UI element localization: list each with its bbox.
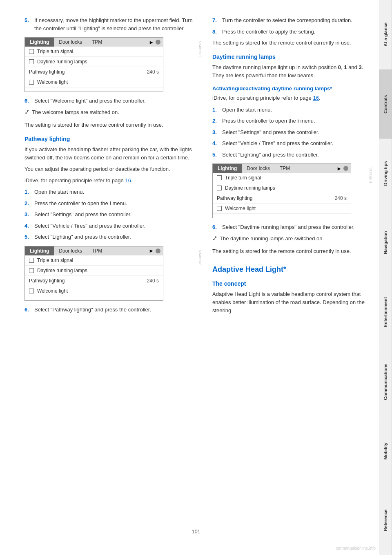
step-6b: 6. Select "Pathway lighting" and press t… — [24, 306, 200, 314]
sidebar-tab-communications[interactable]: Communications — [379, 347, 392, 416]
arrow-right-icon-2: ► — [149, 248, 154, 254]
screen-3-row-4-label: Welcome light — [225, 206, 256, 211]
idrive-page-link-2[interactable]: 16 — [313, 95, 318, 101]
screen-3: Lighting Door locks TPM ► Triple turn si… — [212, 163, 351, 218]
sidebar-tab-navigation-label: Navigation — [383, 231, 388, 254]
screen-3-tab-active: Lighting — [213, 164, 242, 173]
closing-text-2: The setting is stored for the remote con… — [212, 39, 371, 47]
checkbox-2-1 — [29, 258, 34, 263]
screen-3-row-2-label: Daytime running lamps — [225, 185, 275, 191]
step-5-number: 5. — [24, 16, 31, 32]
step-6c-text: Select "Daytime running lamps" and press… — [222, 223, 354, 231]
screen-1-dot — [156, 40, 160, 45]
activating-step-1: 1. Open the start menu. — [212, 106, 371, 114]
checkbox-2-3 — [29, 289, 34, 293]
pathway-step-4-text: Select "Vehicle / Tires" and press the c… — [34, 222, 145, 230]
screen-2-row-2: Daytime running lamps — [25, 266, 163, 276]
screen-1-row-3-value: 240 s — [147, 69, 159, 75]
sidebar-tab-driving[interactable]: Driving tips — [379, 139, 392, 208]
watermark-text: carmanualsonline.info — [336, 546, 376, 551]
screen-1-row-3-label: Pathway lighting — [29, 69, 65, 75]
screen-mockup-3: Lighting Door locks TPM ► Triple turn si… — [212, 163, 371, 218]
step-8-text: Press the controller to apply the settin… — [222, 28, 315, 36]
screen-2-row-1-label: Triple turn signal — [37, 257, 73, 263]
screen-3-row-3: Pathway lighting 240 s — [213, 193, 351, 204]
screen-1-tab-active: Lighting — [25, 38, 54, 47]
activating-step-5-number: 5. — [212, 151, 219, 159]
page-number: 101 — [192, 528, 200, 535]
screen-3-dot — [343, 166, 348, 171]
result-2-text: The daytime running lamps are switched o… — [220, 235, 324, 243]
sidebar-tab-driving-label: Driving tips — [383, 161, 388, 186]
sidebar-tab-at-glance[interactable]: At a glance — [379, 0, 392, 69]
screen-1-controls: ► — [149, 38, 163, 47]
pathway-step-4: 4. Select "Vehicle / Tires" and press th… — [24, 222, 200, 230]
step-5: 5. If necessary, move the highlight mark… — [24, 16, 200, 32]
step-6b-text: Select "Pathway lighting" and press the … — [34, 306, 151, 314]
activating-idrive: iDrive, for operating principle refer to… — [212, 94, 371, 102]
pathway-step-2-number: 2. — [24, 199, 31, 208]
checkmark-icon-1: ✓̂ — [24, 108, 29, 117]
screen-2-tab2: Door locks — [54, 246, 87, 255]
activating-step-3-text: Select "Settings" and press the controll… — [222, 128, 319, 137]
screen-2-tab-active: Lighting — [25, 246, 54, 255]
step-8: 8. Press the controller to apply the set… — [212, 28, 371, 36]
step-6a-text: Select "Welcome light" and press the con… — [34, 97, 146, 105]
sidebar-tab-mobility[interactable]: Mobility — [379, 416, 392, 486]
sidebar-tab-controls[interactable]: Controls — [379, 69, 392, 139]
screen-3-row-2: Daytime running lamps — [213, 183, 351, 193]
screen-2-row-2-label: Daytime running lamps — [37, 268, 87, 273]
result-1: ✓̂ The welcome lamps are switched on. — [24, 108, 200, 117]
result-1-text: The welcome lamps are switched on. — [32, 108, 119, 116]
screen-1-tab3: TPM — [87, 38, 107, 47]
activating-step-4-number: 4. — [212, 139, 219, 148]
pathway-step-1: 1. Open the start menu. — [24, 188, 200, 196]
checkbox-3-2 — [217, 186, 222, 190]
daytime-text: The daytime running lamps light up in sw… — [212, 63, 371, 80]
step-7-text: Turn the controller to select the corres… — [222, 16, 352, 25]
checkmark-icon-2: ✓̂ — [212, 235, 217, 243]
sidebar-tab-controls-label: Controls — [383, 95, 388, 113]
watermark: carmanualsonline.info — [336, 545, 376, 551]
sidebar-tab-reference[interactable]: Reference — [379, 486, 392, 555]
pathway-idrive: iDrive, for operating principle refer to… — [24, 177, 200, 185]
screen-side-label-1: V3461tbn1 — [198, 41, 202, 57]
sidebar-tab-at-glance-label: At a glance — [383, 23, 388, 47]
screen-2: Lighting Door locks TPM ► Triple turn si… — [24, 246, 163, 301]
pathway-step-2: 2. Press the controller to open the i me… — [24, 199, 200, 208]
pathway-step-3-number: 3. — [24, 210, 31, 219]
activating-step-2: 2. Press the controller to open the i me… — [212, 117, 371, 125]
sidebar-tab-navigation[interactable]: Navigation — [379, 208, 392, 278]
pathway-step-4-number: 4. — [24, 222, 31, 230]
screen-side-label-3: V3461tbn1 — [369, 168, 372, 184]
pathway-step-3-text: Select "Settings" and press the controll… — [34, 210, 131, 219]
activating-heading: Activating/deactivating daytime running … — [212, 85, 371, 92]
screen-3-row-1: Triple turn signal — [213, 173, 351, 183]
screen-3-header: Lighting Door locks TPM ► — [213, 164, 351, 173]
sidebar-tab-entertainment[interactable]: Entertainment — [379, 278, 392, 347]
result-2: ✓̂ The daytime running lamps are switche… — [212, 235, 371, 243]
arrow-right-icon: ► — [149, 39, 154, 45]
step-6a: 6. Select "Welcome light" and press the … — [24, 97, 200, 105]
screen-1-row-3: Pathway lighting 240 s — [25, 67, 163, 77]
screen-2-row-1: Triple turn signal — [25, 255, 163, 266]
activating-step-5-text: Select "Lighting" and press the controll… — [222, 151, 319, 159]
screen-2-row-3: Pathway lighting 240 s — [25, 276, 163, 286]
screen-2-controls: ► — [149, 246, 163, 255]
activating-step-5: 5. Select "Lighting" and press the contr… — [212, 151, 371, 159]
pathway-step-5: 5. Select "Lighting" and press the contr… — [24, 233, 200, 241]
screen-3-row-3-label: Pathway lighting — [217, 195, 252, 201]
activating-step-3: 3. Select "Settings" and press the contr… — [212, 128, 371, 137]
screen-1-tab2: Door locks — [54, 38, 87, 47]
screen-2-tab3: TPM — [87, 246, 107, 255]
screen-side-label-2: V3461tbn1 — [198, 250, 202, 266]
screen-1: Lighting Door locks TPM ► Triple turn si… — [24, 37, 163, 92]
activating-step-4-text: Select "Vehicle / Tires" and press the c… — [222, 139, 333, 148]
step-6c-number: 6. — [212, 223, 219, 231]
page-number-container: 101 — [192, 528, 200, 535]
pathway-step-3: 3. Select "Settings" and press the contr… — [24, 210, 200, 219]
screen-2-row-3-label: Pathway lighting — [29, 278, 65, 284]
idrive-page-link[interactable]: 16 — [125, 177, 131, 184]
pathway-step-1-number: 1. — [24, 188, 31, 196]
checkbox-3 — [29, 80, 34, 85]
